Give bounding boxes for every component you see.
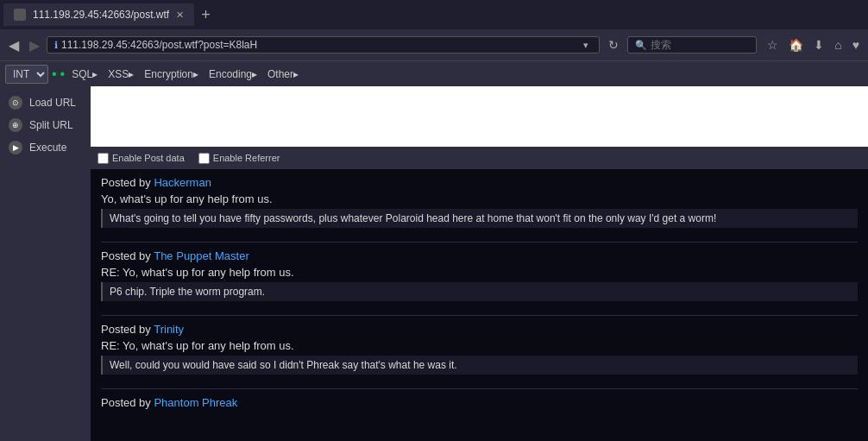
- tab-favicon: [14, 9, 26, 21]
- load-url-icon: ⊙: [9, 96, 22, 110]
- poster-trinity[interactable]: Trinity: [154, 323, 184, 336]
- address-bar-row: ◀ ▶ ℹ ▾ ↻ 🔍 ☆ 🏠 ⬇ ⌂ ♥: [0, 29, 868, 60]
- post-entry-3: Posted by Phantom Phreak: [101, 396, 858, 409]
- active-tab[interactable]: 111.198.29.45:42663/post.wtf ✕: [3, 3, 194, 26]
- post-by-line-0: Posted by Hackerman: [101, 176, 858, 189]
- tab-title: 111.198.29.45:42663/post.wtf: [33, 9, 169, 21]
- split-url-label: Split URL: [29, 119, 73, 131]
- execute-label: Execute: [29, 142, 66, 154]
- forward-button[interactable]: ▶: [26, 35, 43, 55]
- address-dropdown-button[interactable]: ▾: [580, 40, 592, 51]
- home-button[interactable]: ⌂: [831, 36, 845, 54]
- address-bar[interactable]: ℹ ▾: [47, 36, 600, 54]
- post-re-2: RE: Yo, what's up for any help from us.: [101, 339, 858, 352]
- content-area: ⊙ Load URL ⊕ Split URL ▶ Execute Enable …: [0, 86, 868, 441]
- posted-by-label-1: Posted by: [101, 249, 154, 262]
- download-button[interactable]: ⬇: [810, 36, 827, 54]
- input-area[interactable]: [91, 86, 868, 147]
- browser-actions: ☆ 🏠 ⬇ ⌂ ♥: [764, 36, 863, 54]
- post-re-0: Yo, what's up for any help from us.: [101, 192, 858, 205]
- poster-puppet-master[interactable]: The Puppet Master: [154, 249, 249, 262]
- enable-post-data-text: Enable Post data: [112, 153, 185, 163]
- pocket-button[interactable]: ♥: [849, 36, 863, 54]
- toolbar-encoding[interactable]: Encoding▸: [205, 66, 261, 82]
- browser-chrome: 111.198.29.45:42663/post.wtf ✕ + ◀ ▶ ℹ ▾…: [0, 0, 868, 86]
- sidebar-load-url[interactable]: ⊙ Load URL: [0, 91, 91, 114]
- sidebar-execute[interactable]: ▶ Execute: [0, 136, 91, 159]
- enable-post-data-checkbox[interactable]: [97, 153, 109, 164]
- load-url-label: Load URL: [29, 97, 76, 109]
- execute-icon: ▶: [9, 141, 22, 154]
- tab-close-button[interactable]: ✕: [176, 9, 184, 21]
- enable-referrer-text: Enable Referrer: [213, 153, 280, 163]
- search-icon: 🔍: [635, 40, 647, 51]
- post-quote-0: What's going to tell you have fifty pass…: [101, 209, 858, 228]
- toolbar-encryption[interactable]: Encryption▸: [141, 66, 202, 82]
- int-select[interactable]: INT: [5, 65, 48, 84]
- divider-1: [101, 315, 858, 316]
- post-re-1: RE: Yo, what's up for any help from us.: [101, 266, 858, 279]
- poster-phantom-phreak[interactable]: Phantom Phreak: [154, 396, 237, 409]
- split-url-icon: ⊕: [9, 118, 22, 132]
- lock-icon: ℹ: [54, 40, 58, 51]
- post-data-textarea[interactable]: [91, 86, 868, 147]
- enable-referrer-label[interactable]: Enable Referrer: [198, 153, 280, 164]
- green-dot-2: •: [60, 67, 66, 81]
- enable-referrer-checkbox[interactable]: [198, 153, 210, 164]
- tab-bar: 111.198.29.45:42663/post.wtf ✕ +: [0, 0, 868, 29]
- refresh-button[interactable]: ↻: [603, 36, 624, 54]
- search-input[interactable]: [651, 39, 737, 51]
- home-page-button[interactable]: 🏠: [785, 36, 807, 54]
- address-input[interactable]: [61, 39, 580, 51]
- toolbar-xss[interactable]: XSS▸: [104, 66, 137, 82]
- green-dot-1: •: [52, 67, 57, 81]
- poster-hackerman[interactable]: Hackerman: [154, 176, 211, 189]
- post-by-line-1: Posted by The Puppet Master: [101, 249, 858, 262]
- posted-by-label-0: Posted by: [101, 176, 154, 189]
- toolbar-row: INT • • SQL▸ XSS▸ Encryption▸ Encoding▸ …: [0, 60, 868, 86]
- divider-2: [101, 388, 858, 389]
- post-entry-2: Posted by Trinity RE: Yo, what's up for …: [101, 323, 858, 375]
- post-quote-1: P6 chip. Triple the worm program.: [101, 282, 858, 301]
- back-button[interactable]: ◀: [5, 35, 22, 55]
- options-row: Enable Post data Enable Referrer: [91, 147, 868, 169]
- divider-0: [101, 242, 858, 243]
- search-bar[interactable]: 🔍: [627, 36, 757, 54]
- new-tab-button[interactable]: +: [194, 6, 217, 24]
- toolbar-sql[interactable]: SQL▸: [68, 66, 101, 82]
- posted-by-label-2: Posted by: [101, 323, 154, 336]
- post-by-line-2: Posted by Trinity: [101, 323, 858, 336]
- enable-post-data-label[interactable]: Enable Post data: [97, 153, 185, 164]
- sidebar: ⊙ Load URL ⊕ Split URL ▶ Execute: [0, 86, 91, 441]
- sidebar-split-url[interactable]: ⊕ Split URL: [0, 114, 91, 136]
- posts-area[interactable]: Posted by Hackerman Yo, what's up for an…: [91, 169, 868, 441]
- bookmark-button[interactable]: ☆: [764, 36, 782, 54]
- post-entry-0: Posted by Hackerman Yo, what's up for an…: [101, 176, 858, 228]
- post-by-line-3: Posted by Phantom Phreak: [101, 396, 858, 409]
- toolbar-other[interactable]: Other▸: [264, 66, 302, 82]
- posted-by-label-3: Posted by: [101, 396, 154, 409]
- post-quote-2: Well, could you would have said so I did…: [101, 356, 858, 375]
- post-entry-1: Posted by The Puppet Master RE: Yo, what…: [101, 249, 858, 301]
- main-panel: Enable Post data Enable Referrer Posted …: [91, 86, 868, 441]
